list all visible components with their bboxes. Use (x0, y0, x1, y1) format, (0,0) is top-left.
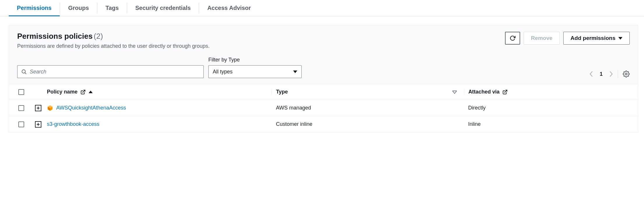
pagination: 1 (589, 70, 630, 78)
row-checkbox[interactable] (18, 105, 24, 111)
policy-name-link[interactable]: s3-growthbook-access (47, 121, 99, 127)
policy-attached-via: Directly (468, 105, 486, 111)
permissions-policies-panel: Permissions policies (2) Permissions are… (9, 25, 638, 133)
table-header-row: Policy name Type Attached via (9, 84, 638, 100)
tab-groups[interactable]: Groups (60, 0, 97, 16)
search-icon (21, 69, 27, 75)
expand-button[interactable] (35, 121, 41, 128)
svg-marker-4 (453, 91, 457, 94)
filter-type-value: All types (213, 69, 233, 75)
add-permissions-button[interactable]: Add permissions (563, 32, 630, 45)
tab-access-advisor[interactable]: Access Advisor (199, 0, 259, 16)
refresh-icon (510, 35, 515, 41)
settings-button[interactable] (623, 70, 630, 77)
panel-title: Permissions policies (17, 32, 93, 40)
expand-button[interactable] (35, 105, 41, 111)
column-header-attached-via[interactable]: Attached via (468, 89, 499, 95)
chevron-left-icon (589, 71, 593, 77)
tab-security-credentials[interactable]: Security credentials (127, 0, 199, 16)
pagination-prev[interactable] (589, 71, 593, 77)
caret-down-icon (618, 37, 622, 40)
plus-icon (36, 106, 40, 110)
row-checkbox[interactable] (18, 121, 24, 127)
pagination-next[interactable] (609, 71, 613, 77)
tab-permissions[interactable]: Permissions (9, 0, 60, 16)
sort-icon (452, 90, 457, 94)
search-box[interactable] (17, 65, 204, 78)
table-row: s3-growthbook-access Customer inline Inl… (9, 116, 638, 132)
filter-type-select[interactable]: All types (208, 65, 302, 78)
panel-actions: Remove Add permissions (505, 32, 630, 45)
chevron-right-icon (609, 71, 613, 77)
policy-type: AWS managed (276, 105, 311, 111)
column-header-type[interactable]: Type (276, 89, 288, 95)
aws-managed-policy-icon (47, 105, 53, 111)
tabs-bar: Permissions Groups Tags Security credent… (0, 0, 644, 16)
filter-by-type-label: Filter by Type (208, 57, 302, 63)
policies-table: Policy name Type Attached via (9, 84, 638, 132)
policy-name-link[interactable]: AWSQuicksightAthenaAccess (56, 105, 126, 111)
svg-point-2 (625, 73, 627, 75)
table-row: AWSQuicksightAthenaAccess AWS managed Di… (9, 100, 638, 116)
svg-line-5 (505, 90, 507, 92)
divider (618, 70, 618, 78)
column-header-policy-name[interactable]: Policy name (47, 89, 78, 95)
refresh-button[interactable] (505, 32, 520, 45)
svg-line-3 (83, 90, 85, 92)
policy-type: Customer inline (276, 121, 312, 127)
select-all-checkbox[interactable] (18, 89, 24, 95)
plus-icon (36, 123, 40, 126)
add-permissions-label: Add permissions (571, 35, 615, 41)
search-input[interactable] (30, 69, 200, 75)
gear-icon (623, 70, 630, 77)
remove-button[interactable]: Remove (524, 32, 560, 45)
external-link-icon (502, 89, 508, 95)
filter-row: Filter by Type All types 1 (9, 52, 638, 84)
tab-tags[interactable]: Tags (97, 0, 127, 16)
panel-count: (2) (94, 32, 103, 40)
caret-down-icon (293, 70, 297, 73)
policy-attached-via: Inline (468, 121, 481, 127)
svg-line-1 (25, 73, 26, 74)
pagination-page-number: 1 (598, 71, 604, 77)
panel-description: Permissions are defined by policies atta… (17, 43, 505, 49)
sort-ascending-icon (89, 91, 93, 93)
external-link-icon (80, 89, 86, 95)
